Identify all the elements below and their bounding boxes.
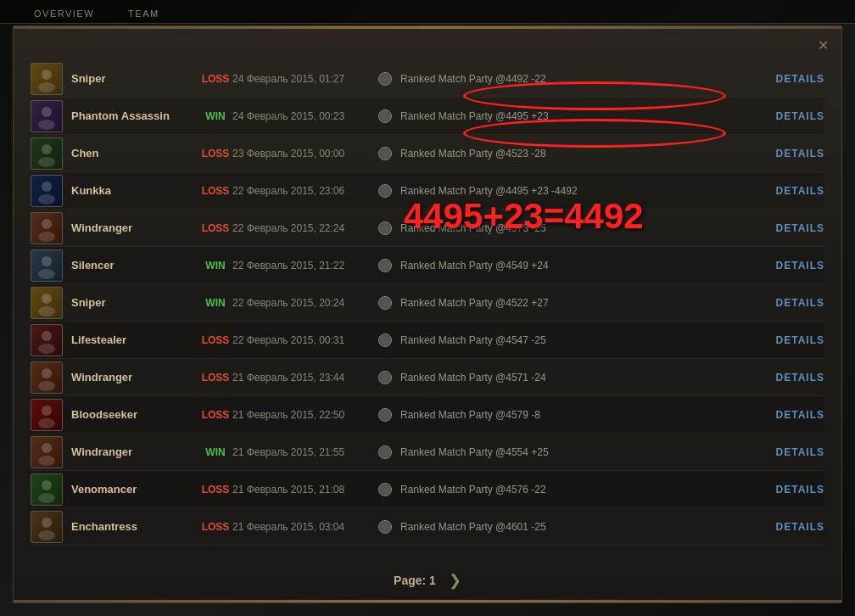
tab-overview[interactable]: Overview — [34, 8, 94, 23]
match-type: Ranked Match Party @4522 +27 — [400, 297, 774, 309]
svg-point-37 — [42, 518, 52, 528]
hero-avatar — [31, 212, 63, 244]
ranked-icon — [377, 70, 394, 87]
close-button[interactable]: ✕ — [814, 36, 831, 53]
details-button[interactable]: DETAILS — [774, 148, 824, 160]
svg-point-26 — [38, 381, 55, 391]
ranked-icon — [377, 444, 394, 461]
result-badge: LOSS — [198, 521, 232, 533]
result-badge: LOSS — [198, 409, 232, 421]
match-type: Ranked Match Party @4492 -22 — [400, 73, 774, 85]
result-badge: LOSS — [198, 372, 232, 384]
match-date: 23 Февраль 2015, 00:00 — [232, 148, 377, 160]
hero-name: Windranger — [71, 371, 198, 384]
result-badge: LOSS — [198, 334, 232, 346]
hero-avatar — [31, 100, 63, 132]
ranked-icon — [377, 182, 394, 199]
details-button[interactable]: DETAILS — [774, 260, 824, 272]
ranked-icon — [377, 145, 394, 162]
ranked-icon — [377, 257, 394, 274]
result-badge: LOSS — [198, 148, 232, 160]
result-badge: LOSS — [198, 185, 232, 197]
match-date: 21 Февраль 2015, 21:55 — [232, 446, 377, 458]
svg-point-7 — [42, 144, 52, 154]
svg-point-22 — [42, 331, 52, 341]
match-date: 24 Февраль 2015, 00:23 — [232, 110, 377, 122]
details-button[interactable]: DETAILS — [774, 297, 824, 309]
ranked-icon — [377, 369, 394, 386]
hero-avatar — [31, 175, 63, 207]
hero-name: Windranger — [71, 221, 198, 234]
hero-avatar — [31, 473, 63, 506]
hero-name: Venomancer — [71, 483, 198, 496]
details-button[interactable]: DETAILS — [774, 185, 824, 197]
match-row: SniperLOSS24 Февраль 2015, 01:27Ranked M… — [31, 60, 824, 98]
tab-team[interactable]: Team — [128, 8, 159, 23]
match-row: VenomancerLOSS21 Февраль 2015, 21:08Rank… — [31, 471, 824, 508]
hero-name: Silencer — [71, 259, 198, 272]
match-row: KunkkaLOSS22 Февраль 2015, 23:06Ranked M… — [31, 172, 824, 210]
hero-avatar — [31, 361, 63, 394]
details-button[interactable]: DETAILS — [774, 409, 824, 421]
next-page-button[interactable]: ❯ — [449, 571, 461, 590]
details-button[interactable]: DETAILS — [774, 334, 824, 346]
hero-name: Phantom Assassin — [71, 109, 198, 122]
match-row: EnchantressLOSS21 Февраль 2015, 03:04Ran… — [31, 508, 824, 546]
main-panel: ✕ SniperLOSS24 Февраль 2015, 01:27Ranked… — [13, 25, 842, 603]
details-button[interactable]: DETAILS — [774, 110, 824, 122]
hero-avatar — [31, 436, 63, 468]
match-type: Ranked Match Party @4554 +25 — [400, 446, 774, 458]
match-type: Ranked Match Party @4579 -8 — [400, 409, 774, 421]
svg-point-25 — [42, 368, 52, 378]
svg-point-32 — [38, 456, 55, 466]
pagination: Page: 1 ❯ — [14, 571, 841, 590]
ranked-icon — [377, 108, 394, 125]
match-row: WindrangerLOSS22 Февраль 2015, 22:24Rank… — [31, 210, 824, 247]
match-date: 21 Февраль 2015, 23:44 — [232, 372, 377, 384]
match-type: Ranked Match Party @4571 -24 — [400, 372, 774, 384]
details-button[interactable]: DETAILS — [774, 222, 824, 234]
match-type: Ranked Match Party @4573 -25 — [400, 222, 774, 234]
hero-avatar — [31, 324, 63, 356]
svg-point-16 — [42, 256, 52, 266]
svg-point-2 — [38, 82, 55, 92]
svg-point-23 — [38, 344, 55, 354]
match-list: SniperLOSS24 Февраль 2015, 01:27Ranked M… — [31, 60, 824, 552]
match-row: SilencerWIN22 Февраль 2015, 21:22Ranked … — [31, 247, 824, 284]
match-date: 22 Февраль 2015, 20:24 — [232, 297, 377, 309]
match-date: 21 Февраль 2015, 03:04 — [232, 521, 377, 533]
hero-avatar — [31, 63, 63, 95]
svg-point-28 — [42, 406, 52, 416]
details-button[interactable]: DETAILS — [774, 73, 824, 85]
svg-point-31 — [42, 443, 52, 453]
match-date: 21 Февраль 2015, 21:08 — [232, 484, 377, 496]
match-date: 24 Февраль 2015, 01:27 — [232, 73, 377, 85]
match-type: Ranked Match Party @4576 -22 — [400, 484, 774, 496]
hero-avatar — [31, 511, 63, 543]
result-badge: WIN — [198, 446, 232, 458]
hero-avatar — [31, 249, 63, 282]
hero-avatar — [31, 399, 63, 431]
svg-point-35 — [38, 493, 55, 503]
panel-border-top — [14, 26, 841, 29]
panel-border-bottom — [14, 600, 841, 602]
match-row: Phantom AssassinWIN24 Февраль 2015, 00:2… — [31, 98, 824, 135]
match-type: Ranked Match Party @4495 +23 -4492 — [400, 185, 774, 197]
svg-point-11 — [38, 194, 55, 204]
details-button[interactable]: DETAILS — [774, 446, 824, 458]
details-button[interactable]: DETAILS — [774, 521, 824, 533]
svg-point-5 — [38, 120, 55, 130]
svg-point-20 — [38, 306, 55, 316]
details-button[interactable]: DETAILS — [774, 372, 824, 384]
result-badge: WIN — [198, 260, 232, 272]
result-badge: WIN — [198, 297, 232, 309]
match-date: 22 Февраль 2015, 00:31 — [232, 334, 377, 346]
hero-name: Chen — [71, 147, 198, 160]
svg-point-14 — [38, 232, 55, 242]
svg-point-4 — [42, 107, 52, 117]
result-badge: LOSS — [198, 73, 232, 85]
details-button[interactable]: DETAILS — [774, 484, 824, 496]
svg-point-13 — [42, 219, 52, 229]
hero-name: Sniper — [71, 72, 198, 85]
result-badge: LOSS — [198, 222, 232, 234]
